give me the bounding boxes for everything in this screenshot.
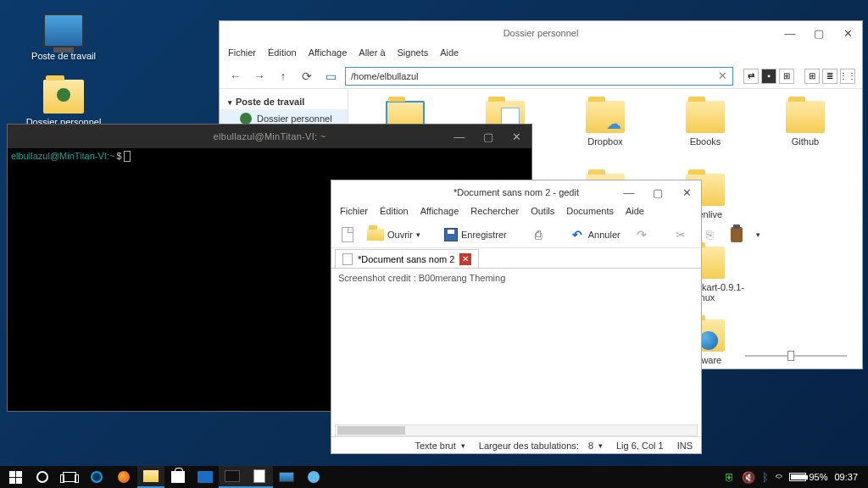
menu-item[interactable]: Documents [566, 206, 614, 219]
taskbar-app-terminal[interactable] [219, 466, 246, 488]
syntax-selector[interactable]: Texte brut [415, 441, 465, 451]
bluetooth-icon[interactable]: ᛒ [762, 471, 769, 484]
gedit-window: *Document sans nom 2 - gedit — ▢ ✕ Fichi… [331, 180, 702, 454]
up-button[interactable]: ↑ [274, 67, 292, 86]
folder-label: Ebooks [690, 136, 721, 147]
save-button[interactable]: Enregistrer [441, 225, 510, 245]
terminal-cursor [124, 151, 131, 162]
view-toggle-group: ⇄ ▪ ⊞ [743, 69, 794, 84]
audio-icon[interactable]: 🔇 [742, 471, 755, 484]
security-icon[interactable]: ⛨ [724, 471, 735, 484]
task-view-button[interactable] [56, 466, 83, 488]
menu-item[interactable]: Affichage [420, 206, 459, 219]
titlebar[interactable]: Dossier personnel — ▢ ✕ [220, 21, 862, 45]
icons-view-button[interactable]: ⊞ [804, 69, 820, 84]
tab-width-selector[interactable]: Largeur des tabulations: 8 [479, 441, 603, 451]
taskbar-app-gedit[interactable] [246, 466, 273, 488]
sidebar-header[interactable]: Poste de travail [220, 94, 348, 109]
titlebar[interactable]: elbullazul@MinTitan-VI: ~ — ▢ ✕ [8, 125, 531, 148]
forward-button[interactable]: → [250, 67, 269, 86]
battery-percent: 95% [809, 472, 827, 482]
menu-item[interactable]: Aller à [359, 47, 385, 61]
close-button[interactable]: ✕ [672, 180, 701, 204]
menu-item[interactable]: Édition [380, 206, 409, 219]
maximize-button[interactable]: ▢ [474, 125, 503, 148]
desktop-icon-computer[interactable]: Poste de travail [25, 14, 102, 61]
copy-icon: ⎘ [702, 227, 717, 242]
sidebar-item-label: Dossier personnel [257, 114, 332, 124]
back-button[interactable]: ← [226, 67, 245, 86]
terminal-icon [225, 470, 240, 482]
folder-item[interactable]: Dropbox [557, 101, 654, 170]
taskbar-app-explorer[interactable] [137, 466, 164, 488]
menu-item[interactable]: Aide [626, 206, 644, 219]
taskbar-app-monitor[interactable] [273, 466, 300, 488]
cut-button[interactable]: ✂ [670, 225, 692, 245]
menu-item[interactable]: Outils [531, 206, 554, 219]
computer-icon[interactable]: ▭ [321, 67, 340, 86]
menu-item[interactable]: Édition [268, 47, 297, 61]
taskbar-app-edge[interactable] [83, 466, 110, 488]
tab[interactable]: *Document sans nom 2 ✕ [335, 249, 479, 268]
minimize-button[interactable]: — [615, 180, 643, 204]
menu-item[interactable]: Fichier [228, 47, 256, 61]
menu-item[interactable]: Aide [440, 47, 459, 61]
clear-path-button[interactable]: ✕ [718, 69, 727, 82]
close-button[interactable]: ✕ [503, 125, 531, 148]
paste-button[interactable] [727, 225, 746, 245]
undo-button[interactable]: ↶ Annuler [566, 225, 624, 245]
taskbar-app-chromium[interactable] [300, 466, 327, 488]
edge-icon [91, 471, 103, 483]
view-toggle[interactable]: ⊞ [779, 69, 794, 84]
close-button[interactable]: ✕ [833, 21, 862, 45]
taskbar-app-store[interactable] [164, 466, 192, 488]
zoom-slider[interactable] [745, 350, 847, 362]
redo-icon: ↷ [634, 227, 649, 242]
path-input[interactable]: /home/elbullazul ✕ [345, 67, 733, 86]
view-toggle[interactable]: ⇄ [743, 69, 759, 84]
menu-item[interactable]: Affichage [309, 47, 348, 61]
new-button[interactable] [338, 225, 357, 245]
window-title: Dossier personnel [504, 28, 579, 38]
overflow-button[interactable]: ▾ [753, 225, 764, 245]
clock[interactable]: 09:37 [834, 472, 858, 482]
copy-button[interactable]: ⎘ [698, 225, 721, 245]
statusbar: Texte brut Largeur des tabulations: 8 Li… [331, 436, 701, 453]
taskbar-app[interactable] [192, 466, 219, 488]
view-toggle[interactable]: ▪ [761, 69, 776, 84]
print-icon: ⎙ [531, 227, 546, 242]
battery-indicator[interactable]: 95% [789, 472, 827, 482]
prompt-path: ~ [109, 151, 114, 161]
print-button[interactable]: ⎙ [527, 225, 549, 245]
editor-area[interactable]: Screenshot credit : B00merang Theming [335, 270, 698, 423]
minimize-button[interactable]: — [445, 125, 474, 148]
taskbar: ⛨ 🔇 ᛒ ⌔ 95% 09:37 [0, 466, 868, 488]
maximize-button[interactable]: ▢ [804, 21, 833, 45]
menu-item[interactable]: Fichier [340, 206, 368, 219]
wifi-icon[interactable]: ⌔ [776, 471, 782, 484]
list-view-button[interactable]: ≣ [822, 69, 837, 84]
folder-item[interactable]: Github [757, 101, 854, 170]
maximize-button[interactable]: ▢ [643, 180, 672, 204]
minimize-button[interactable]: — [776, 21, 804, 45]
view-mode-group: ⊞ ≣ ⋮⋮ [804, 69, 855, 84]
menu-item[interactable]: Rechercher [470, 206, 519, 219]
tab-close-button[interactable]: ✕ [459, 253, 471, 265]
open-button[interactable]: Ouvrir ▾ [364, 225, 424, 245]
folder-item[interactable]: Ebooks [657, 101, 754, 170]
start-button[interactable] [2, 466, 29, 488]
compact-view-button[interactable]: ⋮⋮ [840, 69, 855, 84]
menubar: Fichier Édition Affichage Rechercher Out… [331, 204, 701, 221]
taskbar-app-firefox[interactable] [110, 466, 137, 488]
menu-item[interactable]: Signets [398, 47, 429, 61]
cortana-button[interactable] [29, 466, 56, 488]
folder-icon [786, 101, 825, 133]
desktop-icon-home[interactable]: Dossier personnel [25, 80, 102, 127]
app-icon [198, 471, 213, 483]
reload-button[interactable]: ⟳ [298, 67, 316, 86]
titlebar[interactable]: *Document sans nom 2 - gedit — ▢ ✕ [331, 180, 701, 204]
horizontal-scrollbar[interactable] [335, 424, 698, 436]
redo-button[interactable]: ↷ [631, 225, 653, 245]
chevron-down-icon: ▾ [416, 230, 420, 239]
folder-icon [43, 80, 84, 114]
